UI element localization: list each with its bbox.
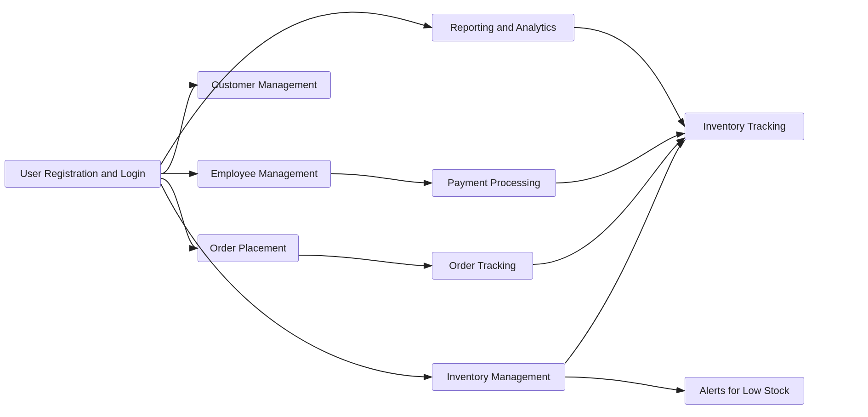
node-customer-management-label: Customer Management (211, 79, 317, 91)
arrow-order-tracking-to-inventory-tracking (533, 138, 685, 264)
node-alerts-low-stock: Alerts for Low Stock (685, 377, 804, 405)
arrow-payment-to-inventory-tracking (556, 133, 685, 183)
arrow-inventory-mgmt-to-alerts (565, 377, 685, 391)
node-order-placement: Order Placement (198, 234, 299, 262)
node-inventory-tracking-label: Inventory Tracking (703, 120, 786, 132)
node-employee-management-label: Employee Management (211, 168, 318, 180)
node-customer-management: Customer Management (198, 71, 331, 99)
arrow-employee-to-payment (331, 174, 432, 183)
node-payment-processing-label: Payment Processing (448, 177, 540, 189)
node-reporting-analytics-label: Reporting and Analytics (450, 22, 556, 34)
node-inventory-tracking: Inventory Tracking (685, 113, 804, 140)
arrows-svg (0, 0, 868, 417)
arrow-user-to-customer (161, 85, 198, 174)
arrow-user-to-order-placement (161, 178, 198, 248)
node-user-registration: User Registration and Login (5, 160, 161, 188)
node-order-tracking-label: Order Tracking (449, 260, 516, 272)
node-employee-management: Employee Management (198, 160, 331, 188)
node-user-registration-label: User Registration and Login (20, 168, 146, 180)
node-inventory-management-label: Inventory Management (447, 371, 550, 383)
node-order-placement-label: Order Placement (210, 242, 286, 254)
arrow-reporting-to-inventory-tracking (574, 28, 685, 126)
diagram-container: User Registration and Login Customer Man… (0, 0, 868, 417)
arrow-user-to-inventory-mgmt (161, 184, 432, 377)
arrow-inventory-mgmt-to-tracking (565, 140, 685, 363)
arrow-order-placement-to-tracking (299, 255, 432, 266)
node-inventory-management: Inventory Management (432, 363, 565, 391)
node-order-tracking: Order Tracking (432, 252, 533, 280)
node-alerts-low-stock-label: Alerts for Low Stock (699, 385, 789, 397)
node-payment-processing: Payment Processing (432, 169, 556, 197)
node-reporting-analytics: Reporting and Analytics (432, 14, 574, 41)
